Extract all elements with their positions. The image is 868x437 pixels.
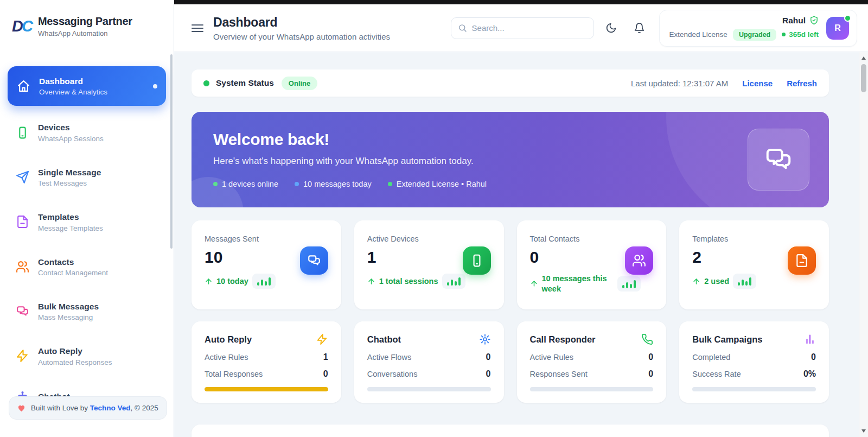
stat-card-active-devices[interactable]: Active Devices 1 1 total sessions xyxy=(354,220,504,309)
green-dot xyxy=(782,33,786,36)
feature-stat-row: Active Flows 0 xyxy=(367,352,491,362)
stat-trend: 2 used xyxy=(692,274,816,289)
hamburger-menu-icon[interactable] xyxy=(192,23,206,34)
scrollbar-thumb[interactable] xyxy=(861,64,866,92)
feature-row-value: 0% xyxy=(803,369,816,379)
sidebar-scrollbar-thumb[interactable] xyxy=(170,54,173,249)
file-text-icon xyxy=(15,215,29,229)
footer-credit: Built with Love by Techno Ved, © 2025 xyxy=(31,404,158,412)
file-text-icon xyxy=(788,246,816,275)
feature-card-call-responder[interactable]: Call Responder Active Rules 0 Responses … xyxy=(517,321,667,403)
search-icon xyxy=(458,23,467,33)
arrow-up-icon xyxy=(367,277,375,286)
feature-row-label: Active Rules xyxy=(205,353,248,362)
sidebar-item-devices[interactable]: Devices WhatsApp Sessions xyxy=(8,118,166,147)
feature-title: Auto Reply xyxy=(205,334,252,345)
banner-chat-icon-box xyxy=(748,129,809,191)
sidebar-nav: Dashboard Overview & Analytics Devices W… xyxy=(0,52,174,409)
feature-row-label: Active Rules xyxy=(530,353,574,362)
feature-card-auto-reply[interactable]: Auto Reply Active Rules 1 Total Response… xyxy=(192,321,341,403)
feature-title: Chatbot xyxy=(367,334,401,345)
scrollbar-down-arrow[interactable] xyxy=(859,427,868,435)
user-name: Rahul xyxy=(782,16,806,26)
sidebar-item-templates[interactable]: Templates Message Templates xyxy=(8,207,166,236)
header: Dashboard Overview of your WhatsApp auto… xyxy=(174,0,868,52)
stat-card-templates[interactable]: Templates 2 2 used xyxy=(679,220,829,309)
brand-header: DC Messaging Partner WhatsApp Automation xyxy=(0,0,174,52)
feature-cards-row: Auto Reply Active Rules 1 Total Response… xyxy=(192,321,829,403)
last-updated-text: Last updated: 12:31:07 AM xyxy=(631,79,728,88)
brand-tagline: WhatsApp Automation xyxy=(38,29,132,37)
brand-logo-letter-c: C xyxy=(22,17,31,35)
notifications-button[interactable] xyxy=(629,17,650,39)
stat-label: Active Devices xyxy=(367,235,491,243)
status-dot xyxy=(203,80,209,86)
bell-icon xyxy=(634,22,645,34)
mini-bar-chart-icon xyxy=(442,274,465,289)
stat-card-messages-sent[interactable]: Messages Sent 10 10 today xyxy=(192,220,341,309)
welcome-stat-text: 10 messages today xyxy=(303,180,372,188)
stat-trend: 10 today xyxy=(205,274,328,289)
app-root: DC Messaging Partner WhatsApp Automation… xyxy=(0,0,868,437)
feature-title: Bulk Campaigns xyxy=(692,334,762,345)
license-days-left: 365d left xyxy=(782,30,819,39)
progress-bar xyxy=(530,387,654,391)
welcome-stat-text: Extended License • Rahul xyxy=(397,180,487,188)
refresh-link[interactable]: Refresh xyxy=(787,79,817,88)
stat-trend: 10 messages this week xyxy=(530,274,654,294)
sidebar-item-dashboard[interactable]: Dashboard Overview & Analytics xyxy=(8,66,166,106)
sidebar-item-auto-reply[interactable]: Auto Reply Automated Responses xyxy=(8,341,166,370)
user-license-label: Extended License xyxy=(669,30,727,39)
brand-logo: DC xyxy=(12,18,31,34)
users-icon xyxy=(625,246,653,275)
stat-card-total-contacts[interactable]: Total Contacts 0 10 messages this week xyxy=(517,220,667,309)
stat-label: Messages Sent xyxy=(205,235,328,243)
user-card[interactable]: Rahul Extended License Upgraded 365d lef… xyxy=(659,10,857,47)
feature-card-bulk-campaigns[interactable]: Bulk Campaigns Completed 0 Success Rate … xyxy=(679,321,829,403)
avatar[interactable]: R xyxy=(826,17,849,40)
feature-stat-row: Responses Sent 0 xyxy=(530,369,654,379)
feature-row-label: Completed xyxy=(692,353,730,362)
arrow-up-icon xyxy=(530,280,538,288)
days-left-text: 365d left xyxy=(789,30,819,39)
brand-text: Messaging Partner WhatsApp Automation xyxy=(38,15,132,37)
user-meta: Rahul Extended License Upgraded 365d lef… xyxy=(669,16,819,41)
sidebar-item-bulk-messages[interactable]: Bulk Messages Mass Messaging xyxy=(8,297,166,326)
trend-text: 10 messages this week xyxy=(542,274,614,294)
scrollbar-up-arrow[interactable] xyxy=(859,54,868,62)
footer-brand-link[interactable]: Techno Ved xyxy=(90,404,131,412)
feature-stat-row: Completed 0 xyxy=(692,352,816,362)
feature-row-value: 0 xyxy=(648,369,653,379)
main-scrollbar[interactable] xyxy=(859,52,868,437)
license-link[interactable]: License xyxy=(742,79,773,88)
sidebar-item-label: Bulk Messages xyxy=(38,301,99,312)
sidebar-footer: Built with Love by Techno Ved, © 2025 xyxy=(9,396,167,420)
trend-text: 10 today xyxy=(216,276,248,287)
feature-row-label: Total Responses xyxy=(205,370,263,378)
feature-card-chatbot[interactable]: Chatbot Active Flows 0 Conversations 0 xyxy=(354,321,504,403)
search-box[interactable] xyxy=(451,17,594,39)
welcome-banner: Welcome back! Here's what's happening wi… xyxy=(192,112,829,207)
sidebar-item-sub: Automated Responses xyxy=(38,358,112,366)
online-badge: Online xyxy=(282,77,317,90)
sidebar-item-contacts[interactable]: Contacts Contact Management xyxy=(8,252,166,281)
page-head: Dashboard Overview of your WhatsApp auto… xyxy=(213,15,390,41)
trend-text: 1 total sessions xyxy=(379,276,438,287)
avatar-initial: R xyxy=(834,23,841,33)
dark-mode-toggle[interactable] xyxy=(601,17,622,39)
sidebar-item-label: Single Message xyxy=(38,167,101,178)
progress-bar xyxy=(205,387,328,391)
chat-bubbles-icon xyxy=(300,246,328,275)
sidebar-item-single-message[interactable]: Single Message Test Messages xyxy=(8,163,166,192)
sidebar: DC Messaging Partner WhatsApp Automation… xyxy=(0,0,174,437)
sidebar-item-sub: WhatsApp Sessions xyxy=(38,135,104,143)
feature-row-label: Conversations xyxy=(367,370,418,378)
search-input[interactable] xyxy=(472,23,587,33)
mini-bar-chart-icon xyxy=(617,276,641,292)
gear-icon xyxy=(479,333,491,345)
sidebar-item-sub: Overview & Analytics xyxy=(39,88,107,96)
sidebar-item-label: Dashboard xyxy=(39,76,107,86)
sidebar-item-label: Templates xyxy=(38,212,103,222)
mini-bar-chart-icon xyxy=(252,274,276,289)
feature-stat-row: Total Responses 0 xyxy=(205,369,328,379)
